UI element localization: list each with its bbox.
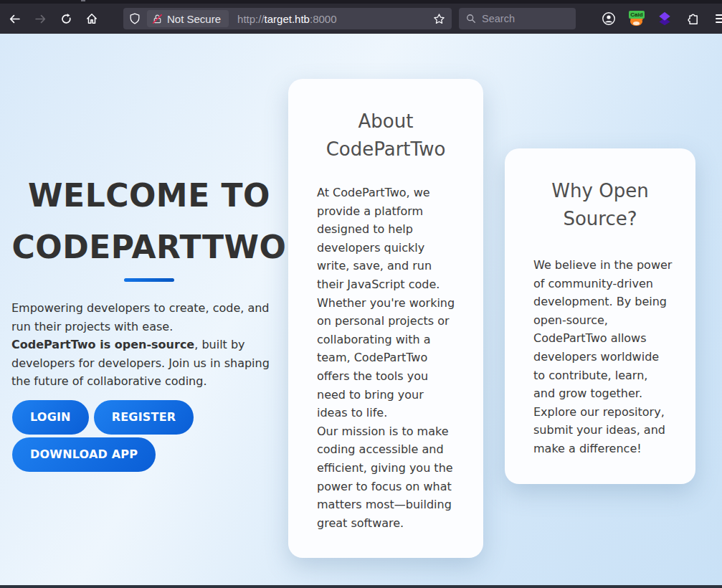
forward-button[interactable] xyxy=(30,9,50,29)
login-button[interactable]: LOGIN xyxy=(12,400,89,435)
tab-edge-mark xyxy=(81,0,85,1)
register-button[interactable]: REGISTER xyxy=(94,400,194,435)
puzzle-icon xyxy=(686,12,699,25)
hero-title: WELCOME TO CODEPARTTWO xyxy=(11,170,287,273)
reload-button[interactable] xyxy=(56,9,76,29)
bookmark-star-icon[interactable] xyxy=(433,13,445,25)
purple-gem-icon xyxy=(657,11,673,27)
account-icon xyxy=(602,11,616,26)
account-button[interactable] xyxy=(599,9,619,29)
hero-divider xyxy=(124,278,174,282)
about-card-title: About CodePartTwo xyxy=(288,108,483,163)
hero-buttons-row1: LOGIN REGISTER xyxy=(12,400,194,435)
url-bar[interactable]: Not Secure http://target.htb:8000 xyxy=(123,8,452,29)
hero-bold-text: CodePartTwo is open-source xyxy=(11,338,194,351)
url-text: http://target.htb:8000 xyxy=(237,13,336,25)
about-card: About CodePartTwo At CodePartTwo, we pro… xyxy=(288,79,483,558)
hero-buttons-row2: DOWNLOAD APP xyxy=(12,437,156,472)
search-placeholder: Search xyxy=(482,13,515,24)
gem-extension-button[interactable] xyxy=(655,9,675,29)
why-open-source-card: Why Open Source? We believe in the power… xyxy=(505,148,695,484)
home-icon xyxy=(85,12,98,25)
toolbar-extensions: Caid xyxy=(599,9,722,29)
forward-icon xyxy=(34,13,47,25)
why-card-title: Why Open Source? xyxy=(505,177,695,233)
home-button[interactable] xyxy=(82,9,102,29)
about-card-body: At CodePartTwo, we provide a platform de… xyxy=(317,184,470,532)
browser-toolbar: Not Secure http://target.htb:8000 Search xyxy=(0,4,722,34)
reload-icon xyxy=(60,13,72,25)
shield-icon[interactable] xyxy=(129,13,141,24)
security-label: Not Secure xyxy=(167,13,221,25)
hero-paragraph: Empowering developers to create, code, a… xyxy=(11,299,298,391)
search-icon xyxy=(466,14,476,24)
hamburger-icon xyxy=(716,14,722,23)
browser-chrome: Not Secure http://target.htb:8000 Search xyxy=(0,0,722,34)
caido-icon: Caid xyxy=(629,11,645,27)
why-card-body: We believe in the power of community-dri… xyxy=(533,256,684,458)
insecure-lock-icon xyxy=(152,14,163,24)
back-button[interactable] xyxy=(4,9,24,29)
footer-strip xyxy=(0,585,722,588)
download-app-button[interactable]: DOWNLOAD APP xyxy=(12,437,156,472)
not-secure-chip[interactable]: Not Secure xyxy=(147,10,229,27)
search-bar[interactable]: Search xyxy=(459,8,576,29)
caido-extension-button[interactable]: Caid xyxy=(627,9,647,29)
back-icon xyxy=(9,13,21,25)
page-content: WELCOME TO CODEPARTTWO Empowering develo… xyxy=(0,34,722,588)
menu-button[interactable] xyxy=(711,9,722,29)
extensions-button[interactable] xyxy=(683,9,703,29)
